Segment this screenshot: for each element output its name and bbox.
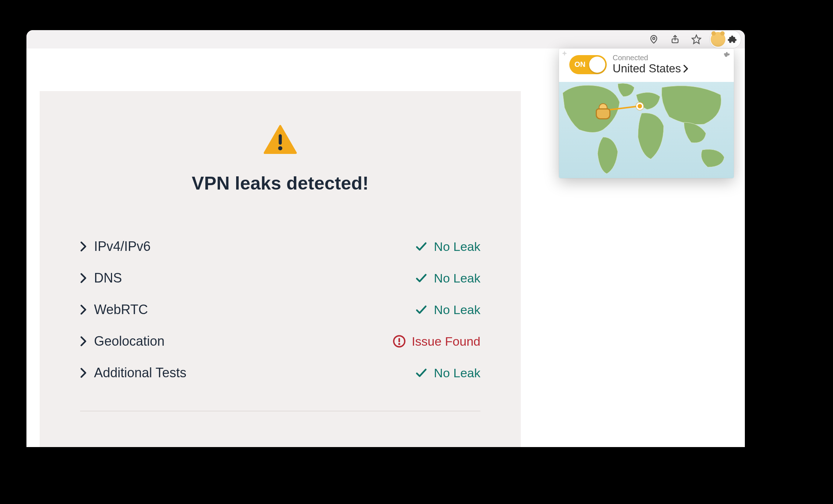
bear-marker-icon [596, 108, 611, 124]
extensions-icon[interactable] [726, 31, 739, 47]
test-name: Additional Tests [94, 365, 187, 381]
toggle-knob [589, 57, 605, 73]
test-row-ipv4-ipv6[interactable]: IPv4/IPv6 No Leak [80, 231, 480, 262]
svg-point-0 [653, 37, 655, 40]
chevron-right-icon [80, 305, 87, 315]
status-label: No Leak [434, 303, 480, 317]
vpn-toggle[interactable]: ON [569, 55, 607, 74]
check-icon [415, 366, 428, 379]
svg-point-7 [398, 343, 400, 345]
chevron-right-icon [683, 65, 688, 73]
chevron-right-icon [80, 241, 87, 252]
browser-window: VPN leaks detected! IPv4/IPv6 No Leak [26, 30, 745, 447]
test-status: Issue Found [393, 334, 480, 349]
status-label: No Leak [434, 240, 480, 254]
extension-bear-icon [711, 32, 725, 47]
svg-marker-2 [692, 35, 700, 43]
warning-triangle-icon [264, 125, 297, 155]
extension-pill[interactable] [710, 30, 741, 48]
status-label: No Leak [434, 271, 480, 285]
test-name: WebRTC [94, 302, 148, 317]
browser-toolbar [26, 30, 745, 48]
location-icon[interactable] [646, 31, 662, 47]
test-row-additional[interactable]: Additional Tests No Leak [80, 357, 480, 389]
screenshot-stage: VPN leaks detected! IPv4/IPv6 No Leak [0, 0, 833, 504]
chevron-right-icon [80, 336, 87, 346]
status-label: No Leak [434, 366, 480, 380]
connection-status: Connected [613, 54, 688, 62]
world-map-svg [559, 82, 734, 178]
test-name: DNS [94, 270, 122, 286]
test-name: Geolocation [94, 334, 165, 349]
test-status: No Leak [415, 271, 480, 285]
test-row-webrtc[interactable]: WebRTC No Leak [80, 294, 480, 325]
server-endpoint-icon [636, 102, 643, 110]
test-name: IPv4/IPv6 [94, 239, 151, 254]
chevron-right-icon [80, 273, 87, 283]
check-icon [415, 240, 428, 253]
toggle-label: ON [574, 60, 585, 69]
location-name: United States [613, 62, 681, 75]
sparkle-icon [561, 51, 568, 57]
page-title: VPN leaks detected! [192, 173, 369, 194]
test-row-geolocation[interactable]: Geolocation Issue Found [80, 325, 480, 357]
chevron-right-icon [80, 368, 87, 378]
tests-list: IPv4/IPv6 No Leak DNS [80, 231, 480, 389]
svg-rect-3 [279, 134, 282, 145]
star-icon[interactable] [688, 31, 704, 47]
share-icon[interactable] [667, 31, 683, 47]
status-label: Issue Found [412, 334, 480, 349]
svg-point-4 [278, 146, 282, 150]
world-map[interactable] [559, 82, 734, 178]
vpn-extension-popup: ON Connected United States [559, 48, 734, 178]
divider [80, 411, 480, 411]
check-icon [415, 271, 428, 285]
gear-icon[interactable] [722, 51, 730, 60]
test-status: No Leak [415, 240, 480, 254]
test-status: No Leak [415, 366, 480, 380]
check-icon [415, 303, 428, 316]
leak-results-card: VPN leaks detected! IPv4/IPv6 No Leak [40, 91, 521, 447]
location-selector[interactable]: United States [613, 62, 688, 75]
svg-rect-6 [399, 338, 400, 342]
test-status: No Leak [415, 303, 480, 317]
test-row-dns[interactable]: DNS No Leak [80, 262, 480, 294]
alert-circle-icon [393, 335, 406, 348]
